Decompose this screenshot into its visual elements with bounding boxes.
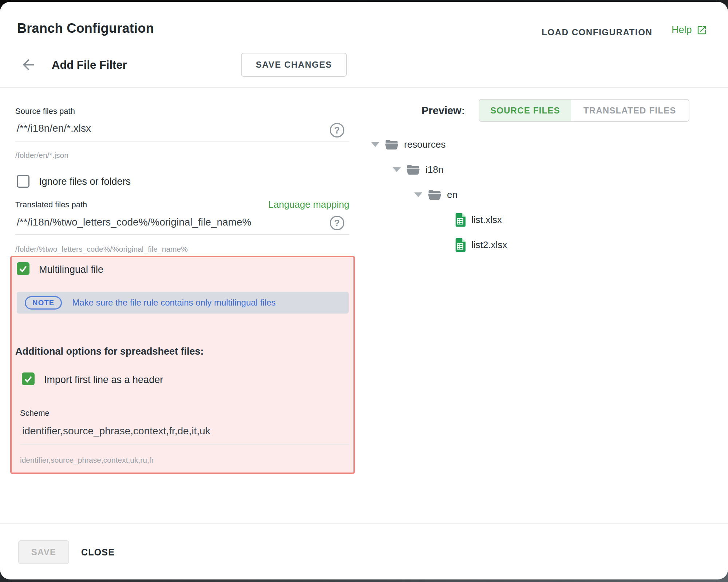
help-link-label: Help — [672, 24, 692, 36]
load-configuration-button[interactable]: LOAD CONFIGURATION — [542, 27, 652, 37]
scheme-hint: identifier,source_phrase,context,uk,ru,f… — [20, 456, 154, 465]
save-button[interactable]: SAVE — [18, 540, 69, 564]
ignore-files-label[interactable]: Ignore files or folders — [39, 176, 131, 187]
spreadsheet-options-heading: Additional options for spreadsheet files… — [15, 346, 204, 357]
tree-row-folder-en[interactable]: en — [371, 182, 507, 207]
translated-path-help-icon[interactable]: ? — [330, 216, 344, 230]
folder-icon — [385, 139, 398, 150]
close-button[interactable]: CLOSE — [81, 540, 115, 564]
folder-icon — [407, 164, 420, 175]
source-files-path-label: Source files path — [15, 107, 75, 116]
header-divider — [0, 87, 728, 88]
multilingual-highlight-box — [10, 256, 355, 474]
caret-down-icon[interactable] — [371, 142, 379, 147]
back-arrow-icon — [20, 56, 37, 73]
file-tree: resources i18n en list.xlsx li — [371, 132, 507, 258]
caret-down-icon[interactable] — [414, 192, 422, 197]
language-mapping-link[interactable]: Language mapping — [268, 199, 349, 210]
add-file-filter-title: Add File Filter — [52, 59, 127, 72]
translated-files-path-input[interactable]: /**/i18n/%two_letters_code%/%original_fi… — [17, 216, 251, 228]
note-bar: NOTE Make sure the file rule contains on… — [17, 292, 349, 314]
translated-files-path-hint: /folder/%two_letters_code%/%original_fil… — [15, 245, 188, 254]
note-text: Make sure the file rule contains only mu… — [72, 298, 276, 308]
folder-icon — [428, 190, 441, 200]
scheme-input[interactable]: identifier,source_phrase,context,fr,de,i… — [22, 425, 210, 437]
preview-label: Preview: — [422, 105, 465, 117]
external-link-icon — [696, 25, 707, 36]
translated-path-underline — [15, 234, 349, 235]
import-first-line-label[interactable]: Import first line as a header — [44, 374, 163, 386]
tab-translated-files[interactable]: TRANSLATED FILES — [571, 100, 689, 121]
checkmark-icon — [18, 264, 28, 274]
scheme-underline — [20, 444, 349, 445]
tree-label: list2.xlsx — [471, 239, 507, 251]
multilingual-file-label[interactable]: Multilingual file — [39, 264, 103, 275]
page-title: Branch Configuration — [17, 21, 154, 36]
branch-configuration-dialog: Branch Configuration LOAD CONFIGURATION … — [0, 2, 728, 579]
tab-source-files[interactable]: SOURCE FILES — [479, 100, 571, 121]
source-files-path-hint: /folder/en/*.json — [15, 151, 68, 160]
tree-row-file-list2-xlsx[interactable]: list2.xlsx — [371, 232, 507, 258]
spreadsheet-file-icon — [455, 213, 466, 227]
multilingual-file-checkbox[interactable] — [17, 262, 29, 275]
tree-label: i18n — [426, 164, 443, 175]
save-changes-button[interactable]: SAVE CHANGES — [241, 53, 347, 77]
checkmark-icon — [23, 374, 33, 384]
caret-down-icon[interactable] — [393, 167, 401, 172]
spreadsheet-file-icon — [455, 238, 466, 252]
preview-toggle-group: SOURCE FILES TRANSLATED FILES — [479, 99, 689, 122]
import-first-line-checkbox[interactable] — [22, 372, 35, 385]
scheme-label: Scheme — [20, 408, 50, 418]
note-badge: NOTE — [25, 296, 62, 310]
source-path-help-icon[interactable]: ? — [330, 123, 344, 137]
help-link[interactable]: Help — [672, 24, 707, 36]
tree-label: list.xlsx — [471, 214, 502, 226]
translated-files-path-label: Translated files path — [15, 200, 87, 210]
source-files-path-input[interactable]: /**/i18n/en/*.xlsx — [17, 123, 91, 134]
tree-label: en — [447, 189, 458, 200]
tree-row-folder-i18n[interactable]: i18n — [371, 157, 507, 182]
tree-label: resources — [404, 139, 446, 150]
back-button[interactable] — [20, 56, 37, 73]
footer-divider — [0, 523, 728, 524]
ignore-files-checkbox[interactable] — [17, 175, 29, 188]
tree-row-file-list-xlsx[interactable]: list.xlsx — [371, 207, 507, 232]
tree-row-folder-resources[interactable]: resources — [371, 132, 507, 157]
source-path-underline — [15, 141, 349, 141]
